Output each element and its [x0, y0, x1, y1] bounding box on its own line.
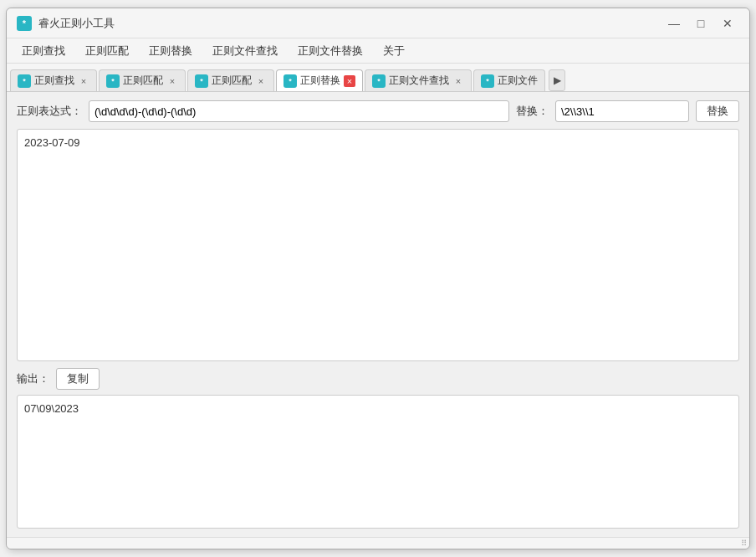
tab-label-3: 正则替换: [300, 74, 340, 88]
tab-label-4: 正则文件查找: [389, 74, 449, 88]
tab-close-3[interactable]: ×: [344, 75, 355, 87]
maximize-button[interactable]: □: [689, 15, 713, 32]
output-label: 输出：: [17, 371, 49, 386]
tab-1[interactable]: * 正则匹配 ×: [99, 69, 186, 91]
menu-item-regex-match[interactable]: 正则匹配: [77, 40, 137, 62]
regex-input[interactable]: [89, 100, 509, 122]
output-section: 输出： 复制 07\09\2023: [17, 368, 739, 529]
output-area[interactable]: 07\09\2023: [17, 395, 739, 529]
tab-close-0[interactable]: ×: [78, 75, 89, 87]
tab-icon-1: *: [106, 74, 120, 88]
close-button[interactable]: ✕: [716, 15, 739, 32]
menu-item-regex-find[interactable]: 正则查找: [13, 40, 74, 62]
window-controls: — □ ✕: [662, 15, 739, 32]
tab-4[interactable]: * 正则文件查找 ×: [365, 69, 472, 91]
menu-item-regex-file-find[interactable]: 正则文件查找: [204, 40, 286, 62]
tab-icon-2: *: [195, 74, 208, 88]
replace-label: 替换：: [516, 104, 549, 119]
tab-label-2: 正则匹配: [212, 74, 252, 88]
output-header: 输出： 复制: [17, 368, 739, 390]
title-bar: * 睿火正则小工具 — □ ✕: [7, 8, 749, 38]
replace-button[interactable]: 替换: [696, 100, 739, 122]
tab-scroll-button[interactable]: ▶: [549, 69, 565, 91]
main-content: 正则表达式： 替换： 替换 2023-07-09 输出： 复制 07\09\20…: [7, 92, 749, 537]
app-icon: *: [17, 16, 32, 31]
window-title: 睿火正则小工具: [38, 16, 662, 31]
regex-label: 正则表达式：: [17, 104, 82, 119]
tab-icon-3: *: [284, 74, 297, 88]
tab-5[interactable]: * 正则文件: [473, 69, 545, 91]
input-content: 2023-07-09: [24, 136, 80, 149]
regex-bar: 正则表达式： 替换： 替换: [17, 100, 739, 122]
output-content: 07\09\2023: [24, 402, 79, 415]
resize-handle: ⠿: [7, 537, 749, 549]
tab-icon-0: *: [18, 74, 31, 88]
tab-close-2[interactable]: ×: [255, 75, 267, 87]
tab-label-1: 正则匹配: [123, 74, 163, 88]
menu-item-about[interactable]: 关于: [375, 40, 413, 62]
resize-dots: ⠿: [741, 539, 746, 548]
tab-close-1[interactable]: ×: [166, 75, 178, 87]
tab-icon-4: *: [372, 74, 386, 88]
menu-bar: 正则查找 正则匹配 正则替换 正则文件查找 正则文件替换 关于: [7, 38, 749, 64]
tab-2[interactable]: * 正则匹配 ×: [187, 69, 274, 91]
replace-input[interactable]: [555, 100, 689, 122]
tab-label-0: 正则查找: [34, 74, 74, 88]
menu-item-regex-file-replace[interactable]: 正则文件替换: [289, 40, 371, 62]
tab-0[interactable]: * 正则查找 ×: [10, 69, 97, 91]
tab-label-5: 正则文件: [498, 74, 538, 88]
copy-button[interactable]: 复制: [56, 368, 100, 390]
tab-icon-5: *: [481, 74, 494, 88]
tab-close-4[interactable]: ×: [452, 75, 464, 87]
tab-bar: * 正则查找 × * 正则匹配 × * 正则匹配 × * 正则替换 × * 正则…: [7, 64, 749, 92]
input-area[interactable]: 2023-07-09: [17, 129, 739, 361]
menu-item-regex-replace[interactable]: 正则替换: [140, 40, 201, 62]
minimize-button[interactable]: —: [662, 15, 686, 32]
main-window: * 睿火正则小工具 — □ ✕ 正则查找 正则匹配 正则替换 正则文件查找 正则…: [6, 8, 750, 549]
tab-3[interactable]: * 正则替换 ×: [276, 69, 363, 91]
